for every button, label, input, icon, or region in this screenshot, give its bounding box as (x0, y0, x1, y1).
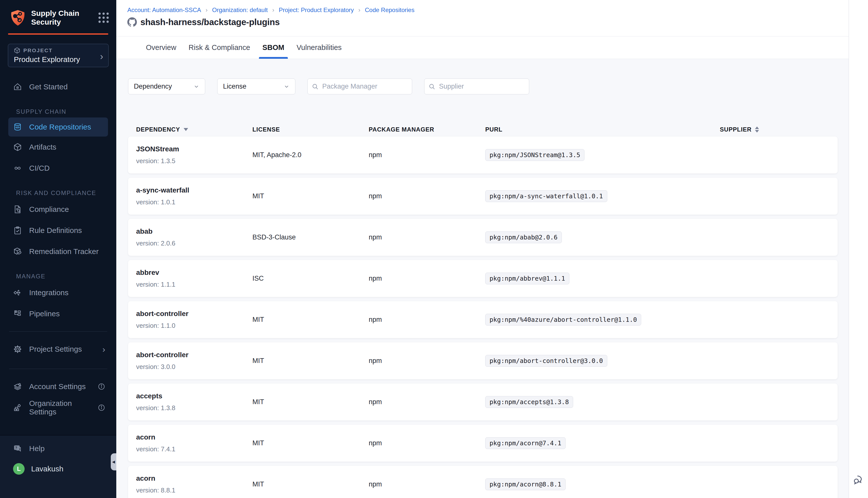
column-header-dependency[interactable]: DEPENDENCY (136, 126, 252, 133)
package-manager-cell: npm (369, 439, 485, 447)
dropdown-value: Dependency (134, 82, 172, 90)
user-name: Lavakush (31, 464, 63, 473)
sidebar-footer: ? Help L Lavakush (0, 435, 116, 498)
sidebar-item-rule-definitions[interactable]: Rule Definitions (0, 220, 116, 241)
breadcrumb-separator: › (359, 6, 360, 14)
chevron-right-icon: › (100, 52, 103, 61)
sidebar-item-label: Get Started (29, 82, 67, 91)
feedback-chat-icon[interactable] (852, 473, 865, 486)
dependency-version: version: 1.1.1 (136, 280, 252, 288)
app-switcher-grid-icon[interactable] (99, 13, 109, 23)
table-row[interactable]: abbrev version: 1.1.1 ISC npm pkg:npm/ab… (128, 260, 838, 297)
table-row[interactable]: abab version: 2.0.6 BSD-3-Clause npm pkg… (128, 219, 838, 256)
purl-chip[interactable]: pkg:npm/abab@2.0.6 (485, 232, 562, 243)
tab-overview[interactable]: Overview (146, 36, 176, 59)
sidebar-item-project-settings[interactable]: Project Settings › (0, 339, 116, 360)
package-manager-search-input[interactable] (322, 82, 408, 90)
column-label: LICENSE (252, 126, 280, 133)
sidebar-item-account-settings[interactable]: Account Settings (0, 376, 116, 397)
table-row[interactable]: JSONStream version: 1.3.5 MIT, Apache-2.… (128, 136, 838, 173)
sidebar-collapse-handle[interactable]: ◀ (111, 453, 116, 470)
dependency-filter-dropdown[interactable]: Dependency (128, 79, 205, 94)
package-manager-cell: npm (369, 398, 485, 406)
sidebar-item-get-started[interactable]: Get Started (0, 76, 116, 97)
purl-chip[interactable]: pkg:npm/%40azure/abort-controller@1.1.0 (485, 314, 641, 326)
purl-chip[interactable]: pkg:npm/accepts@1.3.8 (485, 396, 573, 408)
sidebar-item-organization-settings[interactable]: Organization Settings (0, 397, 116, 418)
column-header-supplier[interactable]: SUPPLIER (720, 126, 838, 133)
artifact-box-icon (13, 143, 22, 152)
github-icon (127, 17, 137, 27)
search-icon (312, 83, 319, 90)
breadcrumb-code-repositories-link[interactable]: Code Repositories (365, 6, 414, 14)
breadcrumb-project-link[interactable]: Project: Product Exploratory (279, 6, 354, 14)
sidebar-item-label: Compliance (29, 205, 69, 214)
column-label: DEPENDENCY (136, 126, 180, 133)
sidebar-item-help[interactable]: ? Help (0, 438, 116, 459)
purl-chip[interactable]: pkg:npm/acorn@8.8.1 (485, 479, 566, 490)
column-header-license: LICENSE (252, 126, 369, 133)
package-manager-search (308, 79, 412, 94)
table-row[interactable]: accepts version: 1.3.8 MIT npm pkg:npm/a… (128, 383, 838, 420)
pipelines-icon (13, 309, 22, 318)
box-pill-icon (13, 247, 22, 256)
license-cell: MIT (252, 481, 369, 488)
user-menu[interactable]: L Lavakush (0, 463, 116, 475)
sidebar-item-remediation-tracker[interactable]: Remediation Tracker (0, 241, 116, 262)
table-row[interactable]: a-sync-waterfall version: 1.0.1 MIT npm … (128, 178, 838, 214)
info-icon[interactable] (98, 383, 105, 390)
project-name: Product Exploratory (14, 55, 103, 64)
dependency-name: accepts (136, 392, 252, 400)
breadcrumb-account-link[interactable]: Account: Automation-SSCA (127, 6, 201, 14)
purl-chip[interactable]: pkg:npm/JSONStream@1.3.5 (485, 149, 584, 161)
table-row[interactable]: acorn version: 8.8.1 MIT npm pkg:npm/aco… (128, 466, 838, 498)
page-header: Account: Automation-SSCA › Organization:… (116, 0, 848, 36)
dependency-version: version: 2.0.6 (136, 239, 252, 247)
table-row[interactable]: acorn version: 7.4.1 MIT npm pkg:npm/aco… (128, 425, 838, 462)
table-row[interactable]: abort-controller version: 3.0.0 MIT npm … (128, 342, 838, 379)
license-cell: MIT (252, 439, 369, 447)
purl-chip[interactable]: pkg:npm/acorn@7.4.1 (485, 437, 566, 449)
code-repository-icon (13, 122, 22, 132)
sidebar-item-artifacts[interactable]: Artifacts (0, 136, 116, 158)
project-label: PROJECT (23, 48, 53, 53)
sidebar-item-label: Account Settings (29, 382, 86, 391)
layers-gear-icon (13, 382, 22, 391)
sidebar-item-label: Code Repositories (29, 123, 91, 131)
section-label-risk-and-compliance: RISK AND COMPLIANCE (16, 189, 116, 197)
table-row[interactable]: abort-controller version: 1.1.0 MIT npm … (128, 301, 838, 338)
project-selector[interactable]: PROJECT Product Exploratory › (8, 44, 109, 67)
sidebar-item-compliance[interactable]: Compliance (0, 199, 116, 220)
sidebar-item-pipelines[interactable]: Pipelines (0, 303, 116, 324)
purl-chip[interactable]: pkg:npm/abort-controller@3.0.0 (485, 355, 607, 367)
tab-vulnerabilities[interactable]: Vulnerabilities (297, 36, 341, 59)
document-search-icon (13, 205, 22, 214)
right-rail (848, 0, 868, 498)
info-icon[interactable] (98, 404, 105, 411)
chevron-down-icon (193, 83, 199, 90)
column-header-package-manager: PACKAGE MANAGER (369, 126, 485, 133)
sidebar-nav: Get Started SUPPLY CHAIN Code Repositori… (0, 76, 116, 418)
dropdown-value: License (223, 82, 246, 90)
table-header-row: DEPENDENCY LICENSE PACKAGE MANAGER PURL … (128, 124, 838, 135)
sbom-content: Dependency License (116, 59, 848, 498)
supplier-search-input[interactable] (439, 82, 525, 90)
supply-chain-security-logo-icon (10, 10, 26, 26)
sidebar-item-cicd[interactable]: CI/CD (0, 158, 116, 179)
license-filter-dropdown[interactable]: License (217, 79, 295, 94)
table-body: JSONStream version: 1.3.5 MIT, Apache-2.… (128, 136, 848, 498)
dependency-version: version: 8.8.1 (136, 486, 252, 494)
sidebar-item-integrations[interactable]: Integrations (0, 282, 116, 303)
sidebar-item-label: Artifacts (29, 143, 56, 152)
purl-chip[interactable]: pkg:npm/abbrev@1.1.1 (485, 273, 569, 284)
tab-risk-and-compliance[interactable]: Risk & Compliance (189, 36, 250, 59)
tab-sbom[interactable]: SBOM (262, 36, 284, 59)
dependency-version: version: 7.4.1 (136, 445, 252, 453)
breadcrumb-organization-link[interactable]: Organization: default (212, 6, 268, 14)
purl-chip[interactable]: pkg:npm/a-sync-waterfall@1.0.1 (485, 190, 607, 202)
license-cell: MIT (252, 398, 369, 406)
dependency-name: abort-controller (136, 351, 252, 359)
app-window: Supply Chain Security PROJECT Product Ex… (0, 0, 868, 498)
dependency-version: version: 3.0.0 (136, 363, 252, 371)
sidebar-item-code-repositories[interactable]: Code Repositories (8, 117, 108, 136)
